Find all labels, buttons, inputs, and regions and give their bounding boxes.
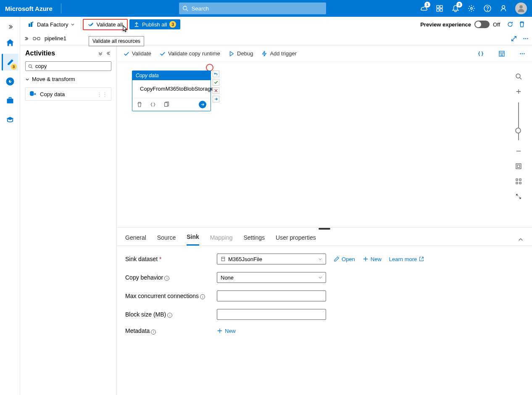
clone-icon[interactable] xyxy=(163,102,169,107)
open-dataset-button[interactable]: Open xyxy=(334,256,355,262)
more-icon[interactable] xyxy=(523,36,529,42)
copy-behavior-select[interactable]: None xyxy=(217,272,326,283)
success-icon[interactable] xyxy=(213,79,219,86)
zoom-thumb[interactable] xyxy=(515,128,521,133)
collapse-panel-icon[interactable] xyxy=(518,237,524,243)
tab-mapping[interactable]: Mapping xyxy=(210,234,233,245)
info-icon[interactable]: i xyxy=(151,330,156,335)
checkmark-all-icon xyxy=(88,21,94,27)
expand-icon[interactable] xyxy=(511,36,517,42)
category-move-transform[interactable]: Move & transform xyxy=(25,75,111,83)
info-icon[interactable]: i xyxy=(200,294,205,299)
data-factory-dropdown[interactable]: Data Factory xyxy=(24,19,79,29)
logo-text: Microsoft Azure xyxy=(5,5,53,12)
directories-icon[interactable] xyxy=(435,4,444,13)
feedback-icon[interactable] xyxy=(499,4,508,13)
zoom-in-icon[interactable] xyxy=(513,86,524,97)
tab-settings[interactable]: Settings xyxy=(243,234,265,245)
layout-icon[interactable] xyxy=(513,175,524,187)
zoom-out-icon[interactable] xyxy=(513,145,524,157)
svg-point-8 xyxy=(487,10,487,10)
max-connections-input[interactable] xyxy=(217,290,326,301)
expand-rail-button[interactable] xyxy=(3,22,17,32)
author-badge: 3 xyxy=(11,64,17,70)
search-placeholder: Search xyxy=(192,5,209,12)
zoom-slider[interactable] xyxy=(518,102,519,140)
user-avatar[interactable] xyxy=(515,3,527,14)
validate-copy-button[interactable]: Validate copy runtime xyxy=(160,50,220,57)
metadata-new-button[interactable]: New xyxy=(217,328,236,334)
sink-dataset-label: Sink dataset * xyxy=(125,256,209,262)
skip-icon[interactable] xyxy=(213,96,219,102)
canvas-toolbar: Validate Validate copy runtime Debug Add… xyxy=(117,45,532,62)
canvas-area: Validate Validate copy runtime Debug Add… xyxy=(117,45,532,395)
refresh-icon[interactable] xyxy=(507,21,514,28)
svg-line-1 xyxy=(186,10,188,11)
code-icon[interactable] xyxy=(150,102,156,107)
svg-rect-36 xyxy=(516,164,521,169)
help-icon[interactable] xyxy=(483,4,492,13)
settings-icon[interactable] xyxy=(467,4,476,13)
svg-rect-5 xyxy=(440,9,442,11)
more-icon[interactable] xyxy=(519,51,525,57)
svg-point-20 xyxy=(525,38,527,39)
preview-toggle[interactable] xyxy=(474,21,490,28)
new-dataset-button[interactable]: New xyxy=(363,256,382,262)
pipeline-name: pipeline1 xyxy=(45,35,66,42)
fit-screen-icon[interactable] xyxy=(513,160,524,172)
publish-all-button[interactable]: Publish all 3 xyxy=(129,19,180,29)
activities-search-input[interactable] xyxy=(35,63,108,69)
node-side-controls xyxy=(213,71,219,102)
block-size-input[interactable] xyxy=(217,309,326,320)
grip-icon: ⋮⋮ xyxy=(97,91,108,97)
validate-all-tooltip: Validate all resources xyxy=(89,36,144,46)
info-icon[interactable]: i xyxy=(164,276,169,281)
tab-general[interactable]: General xyxy=(125,234,146,245)
node-name: CopyFromM365toBlobStorage xyxy=(140,86,214,92)
delete-icon[interactable] xyxy=(137,102,142,107)
activities-search[interactable] xyxy=(25,61,111,71)
copy-data-node[interactable]: Copy data CopyFromM365toBlobStorage xyxy=(132,71,211,111)
expand-sidebar-icon[interactable] xyxy=(24,36,29,41)
max-connections-label: Max concurrent connectionsi xyxy=(125,293,209,300)
collapse-left-icon[interactable] xyxy=(106,51,111,56)
debug-button[interactable]: Debug xyxy=(229,50,253,57)
node-go-button[interactable] xyxy=(199,101,206,108)
play-icon xyxy=(229,51,234,57)
code-view-icon[interactable] xyxy=(477,50,484,57)
learn-more-link[interactable]: Learn more xyxy=(389,256,424,262)
collapse-down-icon[interactable] xyxy=(98,51,103,56)
svg-rect-33 xyxy=(165,103,168,107)
sink-dataset-select[interactable]: M365JsonFile xyxy=(217,254,326,264)
toolbar-divider xyxy=(81,19,81,29)
collapse-icon[interactable] xyxy=(513,191,524,202)
activity-copy-data[interactable]: Copy data ⋮⋮ xyxy=(25,87,111,101)
pencil-icon xyxy=(334,256,340,262)
delete-icon[interactable] xyxy=(519,21,525,28)
dataset-icon xyxy=(221,256,226,262)
search-zoom-icon[interactable] xyxy=(513,71,524,82)
properties-icon[interactable] xyxy=(498,50,505,57)
validate-all-button[interactable]: Validate all xyxy=(83,19,128,30)
svg-line-23 xyxy=(32,67,33,68)
add-trigger-button[interactable]: Add trigger xyxy=(261,50,297,57)
tab-source[interactable]: Source xyxy=(157,234,176,245)
top-toolbar: Data Factory Validate all Publish all 3 … xyxy=(20,17,532,32)
nav-manage-icon[interactable] xyxy=(2,92,18,109)
notifications-icon[interactable]: 3 xyxy=(451,4,460,13)
return-icon[interactable] xyxy=(213,71,219,77)
cloud-shell-icon[interactable]: 1 xyxy=(419,4,428,13)
tab-user-properties[interactable]: User properties xyxy=(276,234,316,245)
validate-button[interactable]: Validate xyxy=(124,50,151,57)
nav-home-icon[interactable] xyxy=(2,34,18,51)
failure-icon[interactable] xyxy=(213,87,219,94)
global-search[interactable]: Search xyxy=(179,3,326,14)
svg-point-21 xyxy=(527,38,528,39)
pipeline-canvas[interactable]: Copy data CopyFromM365toBlobStorage xyxy=(117,62,532,227)
info-icon[interactable]: i xyxy=(167,313,172,318)
tab-sink[interactable]: Sink xyxy=(187,233,199,246)
nav-monitor-icon[interactable] xyxy=(2,73,18,90)
svg-point-30 xyxy=(522,53,523,54)
nav-author-icon[interactable]: 3 xyxy=(2,54,18,71)
nav-learn-icon[interactable] xyxy=(2,112,18,128)
